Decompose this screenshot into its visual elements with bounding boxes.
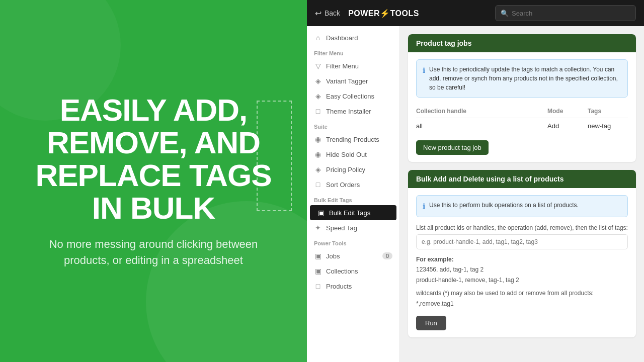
logo-text: POWER <box>348 9 380 18</box>
sidebar-item-easy-collections[interactable]: ◈ Easy Collections <box>307 88 399 104</box>
product-tag-jobs-header: Product tag jobs <box>408 34 636 52</box>
bulk-add-delete-info: ℹ Use this to perform bulk operations on… <box>416 195 628 217</box>
sort-orders-icon: □ <box>314 180 322 189</box>
dashboard-icon: ⌂ <box>314 34 322 42</box>
main-content: Product tag jobs ℹ Use this to periodica… <box>400 26 644 362</box>
logo-suffix: TOOLS <box>390 9 419 18</box>
products-icon: □ <box>314 282 322 290</box>
sidebar-item-filter-menu[interactable]: ▽ Filter Menu <box>307 58 399 73</box>
product-tag-jobs-card: Product tag jobs ℹ Use this to periodica… <box>408 34 636 162</box>
collections-label: Collections <box>326 267 358 275</box>
speed-tag-icon: ✦ <box>314 224 322 232</box>
app-logo: POWER⚡TOOLS <box>348 9 419 18</box>
bulk-add-delete-body: ℹ Use this to perform bulk operations on… <box>408 188 636 337</box>
search-bar[interactable]: 🔍 <box>495 5 636 21</box>
sidebar-item-variant-tagger[interactable]: ◈ Variant Tagger <box>307 73 399 88</box>
sidebar-item-jobs[interactable]: ▣ Jobs 0 <box>307 248 399 263</box>
filter-menu-label: Filter Menu <box>326 62 359 70</box>
run-button[interactable]: Run <box>416 316 446 330</box>
jobs-icon: ▣ <box>314 252 322 260</box>
wildcard-example: *,remove,tag1 <box>416 300 454 307</box>
app-header: ↩ Back POWER⚡TOOLS 🔍 <box>307 0 644 26</box>
sidebar-item-pricing-policy[interactable]: ◈ Pricing Policy <box>307 162 399 177</box>
back-label: Back <box>325 9 340 17</box>
sidebar-item-products[interactable]: □ Products <box>307 279 399 294</box>
sort-orders-label: Sort Orders <box>326 181 360 189</box>
back-icon: ↩ <box>315 9 321 18</box>
new-product-tag-job-button[interactable]: New product tag job <box>416 140 489 155</box>
app-body: ⌂ Dashboard Filter Menu ▽ Filter Menu ◈ … <box>307 26 644 362</box>
right-panel: ↩ Back POWER⚡TOOLS 🔍 ⌂ Dashboard Filter … <box>307 0 644 362</box>
col-handle: Collection handle <box>416 108 547 115</box>
table-header: Collection handle Mode Tags <box>416 105 628 118</box>
section-label-filter-menu: Filter Menu <box>307 45 399 58</box>
easy-collections-icon: ◈ <box>314 92 322 100</box>
sidebar-item-hide-sold-out[interactable]: ◉ Hide Sold Out <box>307 147 399 162</box>
jobs-badge: 0 <box>382 252 392 259</box>
row-handle: all <box>416 122 547 130</box>
speed-tag-label: Speed Tag <box>326 224 357 232</box>
bulk-add-delete-header: Bulk Add and Delete using a list of prod… <box>408 170 636 188</box>
left-panel: EASILY ADD, REMOVE, AND REPLACE TAGS IN … <box>0 0 307 362</box>
bulk-edit-icon: ▣ <box>317 209 325 217</box>
section-label-bulk-edit: Bulk Edit Tags <box>307 192 399 205</box>
collections-icon: ▣ <box>314 267 322 275</box>
variant-tagger-label: Variant Tagger <box>326 77 368 85</box>
row-tags: new-tag <box>588 122 628 130</box>
sidebar-item-trending-products[interactable]: ◉ Trending Products <box>307 132 399 147</box>
bulk-input[interactable] <box>416 234 628 249</box>
wildcard-description: wildcards (*) may also be used to add or… <box>416 290 594 297</box>
sidebar-item-collections[interactable]: ▣ Collections <box>307 263 399 279</box>
sidebar-item-sort-orders[interactable]: □ Sort Orders <box>307 177 399 192</box>
logo-bolt: ⚡ <box>380 9 390 18</box>
pricing-icon: ◈ <box>314 165 322 173</box>
example-label: For example: 123456, add, tag-1, tag 2 p… <box>416 254 628 285</box>
sidebar-item-theme-installer[interactable]: □ Theme Installer <box>307 104 399 119</box>
back-button[interactable]: ↩ Back <box>315 9 340 18</box>
example-line-2: product-handle-1, remove, tag-1, tag 2 <box>416 277 519 284</box>
hide-sold-out-label: Hide Sold Out <box>326 151 367 158</box>
product-tag-jobs-info-text: Use this to periodically update the tags… <box>429 65 621 92</box>
easy-collections-label: Easy Collections <box>326 93 374 100</box>
bulk-form-label: List all product ids or handles, the ope… <box>416 224 628 231</box>
bulk-info-icon: ℹ <box>423 201 425 212</box>
bulk-info-text: Use this to perform bulk operations on a… <box>429 201 579 212</box>
bulk-add-delete-card: Bulk Add and Delete using a list of prod… <box>408 170 636 337</box>
pricing-label: Pricing Policy <box>326 166 365 173</box>
search-icon: 🔍 <box>501 10 509 17</box>
sidebar: ⌂ Dashboard Filter Menu ▽ Filter Menu ◈ … <box>307 26 400 362</box>
theme-installer-icon: □ <box>314 107 322 115</box>
subtext: No more messing around clicking between … <box>48 236 259 268</box>
variant-tagger-icon: ◈ <box>314 77 322 85</box>
bulk-edit-label: Bulk Edit Tags <box>329 209 370 217</box>
col-tags: Tags <box>588 108 628 115</box>
trending-icon: ◉ <box>314 135 322 143</box>
theme-installer-label: Theme Installer <box>326 108 371 115</box>
search-input[interactable] <box>512 10 630 17</box>
info-icon: ℹ <box>423 65 425 92</box>
dashboard-label: Dashboard <box>326 34 358 42</box>
product-tag-jobs-info: ℹ Use this to periodically update the ta… <box>416 59 628 98</box>
sidebar-item-bulk-edit-tags[interactable]: ▣ Bulk Edit Tags <box>310 205 396 220</box>
sidebar-item-speed-tag[interactable]: ✦ Speed Tag <box>307 220 399 235</box>
filter-menu-icon: ▽ <box>314 62 322 70</box>
section-label-suite: Suite <box>307 119 399 132</box>
table-row: all Add new-tag <box>416 118 628 134</box>
example-line-1: 123456, add, tag-1, tag 2 <box>416 266 484 273</box>
trending-label: Trending Products <box>326 136 379 143</box>
sidebar-item-dashboard[interactable]: ⌂ Dashboard <box>307 30 399 45</box>
selection-indicator <box>257 101 292 211</box>
row-mode: Add <box>547 122 588 130</box>
headline: EASILY ADD, REMOVE, AND REPLACE TAGS IN … <box>20 94 287 224</box>
for-example-text: For example: <box>416 256 454 263</box>
hide-sold-out-icon: ◉ <box>314 150 322 158</box>
jobs-label: Jobs <box>326 252 340 260</box>
section-label-power-tools: Power Tools <box>307 235 399 248</box>
col-mode: Mode <box>547 108 588 115</box>
wildcard-text: wildcards (*) may also be used to add or… <box>416 288 628 309</box>
products-label: Products <box>326 283 352 290</box>
product-tag-jobs-body: ℹ Use this to periodically update the ta… <box>408 52 636 162</box>
